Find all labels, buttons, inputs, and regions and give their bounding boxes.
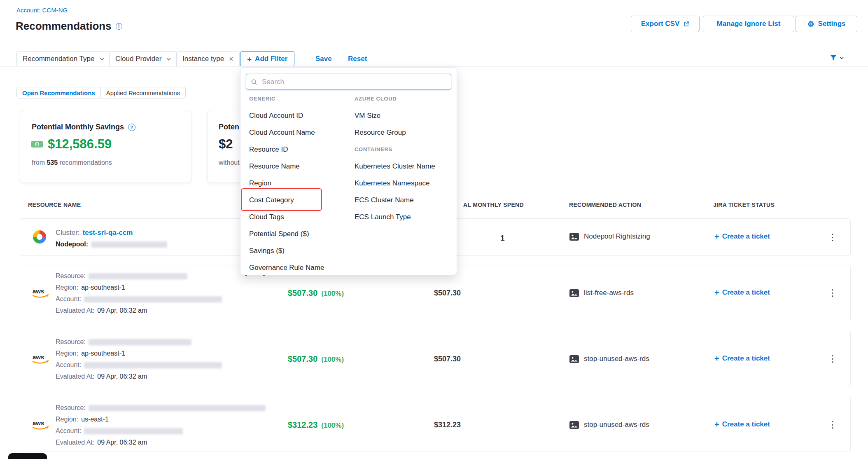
row-menu-button[interactable]: ⋮ (828, 288, 837, 297)
external-link-icon (683, 21, 689, 27)
cluster-label: Cluster: (56, 229, 80, 237)
close-icon[interactable]: × (229, 55, 233, 63)
cluster-name-link[interactable]: test-sri-qa-ccm (83, 229, 133, 237)
section-heading: CONTAINERS (355, 141, 453, 158)
dropdown-item[interactable]: Kubernetes Namespace (355, 175, 453, 192)
chevron-down-icon[interactable] (166, 58, 171, 61)
resource-label: Resource: (56, 404, 86, 412)
filter-chip-instance-type[interactable]: Instance type × (176, 51, 240, 67)
create-ticket-label: Create a ticket (722, 288, 770, 297)
monthly-savings-cell: $507.30 (100%) (288, 354, 344, 364)
recommendation-action-icon (569, 233, 579, 241)
gear-icon: ⚙ (807, 20, 814, 28)
create-ticket-button[interactable]: + Create a ticket (714, 288, 770, 297)
savings-percent: (100%) (321, 422, 344, 430)
create-ticket-button[interactable]: + Create a ticket (714, 420, 770, 429)
subtitle-prefix: from (32, 159, 45, 166)
region-label: Region: (56, 416, 78, 423)
divider (0, 66, 868, 67)
dropdown-item[interactable]: Resource Name (249, 158, 352, 175)
savings-percent: (100%) (321, 290, 344, 298)
redacted-value (89, 339, 191, 345)
row-menu-button[interactable]: ⋮ (828, 354, 837, 363)
section-heading: AZURE CLOUD (355, 90, 453, 107)
column-header-monthly-spend: AL MONTHLY SPEND (463, 201, 524, 208)
action-label: stop-unused-aws-rds (584, 355, 649, 363)
tab-applied-recommendations[interactable]: Applied Recommendations (100, 87, 185, 98)
dropdown-item[interactable]: Resource ID (249, 141, 352, 158)
chevron-down-icon[interactable] (100, 58, 104, 61)
card-subtitle-fragment: without (219, 159, 240, 166)
help-icon[interactable]: ? (128, 124, 135, 131)
evaluated-value: 09 Apr, 06:32 am (97, 373, 147, 380)
row-menu-button[interactable]: ⋮ (828, 420, 837, 429)
filter-chip-cloud-provider[interactable]: Cloud Provider (109, 51, 177, 67)
export-csv-button[interactable]: Export CSV (631, 16, 700, 32)
filter-chip-recommendation-type[interactable]: Recommendation Type (16, 51, 110, 67)
region-label: Region: (56, 284, 78, 291)
monthly-spend-value: $507.30 (434, 289, 461, 297)
add-filter-label: Add Filter (255, 55, 287, 63)
filter-chip-label: Instance type (182, 55, 224, 63)
account-label: Account: (56, 427, 81, 435)
resource-label: Resource: (56, 338, 86, 346)
tab-open-recommendations[interactable]: Open Recommendations (17, 87, 100, 98)
dropdown-item[interactable]: Savings ($) (249, 242, 352, 259)
dropdown-item[interactable]: ECS Launch Type (355, 208, 453, 225)
evaluated-label: Evaluated At: (56, 439, 94, 446)
card-subtitle: from 535 recommendations (32, 159, 112, 166)
region-label: Region: (56, 350, 78, 357)
spend-amount-fragment: $2 (219, 137, 233, 152)
reset-filter-button[interactable]: Reset (348, 51, 367, 67)
redacted-value (89, 273, 187, 279)
save-filter-button[interactable]: Save (315, 51, 332, 67)
row-menu-button[interactable]: ⋮ (828, 233, 837, 242)
dropdown-item[interactable]: Cloud Account ID (249, 107, 352, 124)
card-title-row: Poten (219, 123, 239, 131)
manage-ignore-list-button[interactable]: Manage Ignore List (703, 16, 794, 32)
dropdown-item[interactable]: Kubernetes Cluster Name (355, 158, 453, 175)
savings-amount: $507.30 (288, 354, 317, 364)
subtitle-suffix: recommendations (60, 159, 112, 166)
create-ticket-button[interactable]: + Create a ticket (714, 354, 770, 363)
dropdown-item[interactable]: Region (249, 175, 352, 192)
monthly-savings-cell: $507.30 (100%) (288, 288, 344, 298)
region-value: ap-southeast-1 (81, 284, 125, 291)
bottom-overlay-fragment (8, 453, 47, 459)
evaluated-label: Evaluated At: (56, 307, 94, 314)
settings-button[interactable]: ⚙ Settings (796, 16, 857, 32)
recommendation-action-icon (569, 289, 579, 297)
table-row[interactable]: aws Resource: Region:ap-southeast-1 Acco… (20, 331, 851, 386)
info-icon[interactable]: i (116, 23, 122, 30)
dropdown-item[interactable]: ECS Cluster Name (355, 192, 453, 208)
create-ticket-label: Create a ticket (722, 232, 770, 241)
add-filter-button[interactable]: + Add Filter (240, 51, 294, 67)
dropdown-item[interactable]: VM Size (355, 107, 453, 124)
action-label: stop-unused-aws-rds (584, 421, 649, 429)
dropdown-search[interactable] (246, 74, 451, 90)
filter-chip-label: Cloud Provider (115, 55, 161, 63)
dropdown-item[interactable]: Potential Spend ($) (249, 225, 352, 242)
potential-monthly-savings-card: Potential Monthly Savings ? $12,586.59 f… (20, 111, 191, 183)
nodepool-label: Nodepool: (56, 241, 88, 248)
card-amount-row: $2 (219, 137, 233, 152)
account-breadcrumb[interactable]: Account: CCM-NG (16, 7, 68, 14)
table-row[interactable]: aws Resource: Region:us-east-1 Account: … (20, 397, 851, 452)
filter-panel-toggle[interactable] (829, 54, 844, 62)
dropdown-item[interactable]: Cloud Account Name (249, 124, 352, 141)
manage-ignore-list-label: Manage Ignore List (717, 20, 781, 28)
create-ticket-button[interactable]: + Create a ticket (714, 232, 770, 241)
dropdown-item[interactable]: Cloud Tags (249, 208, 352, 225)
plus-icon: + (714, 232, 719, 241)
search-input[interactable] (261, 77, 446, 87)
dropdown-item[interactable]: Resource Group (355, 124, 453, 141)
recommendation-action-icon (569, 421, 579, 429)
aws-icon: aws (31, 353, 50, 365)
redacted-value (89, 405, 266, 411)
account-label: Account: (56, 295, 81, 303)
aws-icon: aws (31, 419, 50, 431)
redacted-value (91, 241, 167, 248)
dropdown-item-cost-category[interactable]: Cost Category (249, 192, 352, 208)
evaluated-value: 09 Apr, 06:32 am (97, 439, 147, 446)
dropdown-item[interactable]: Governance Rule Name (249, 259, 352, 276)
